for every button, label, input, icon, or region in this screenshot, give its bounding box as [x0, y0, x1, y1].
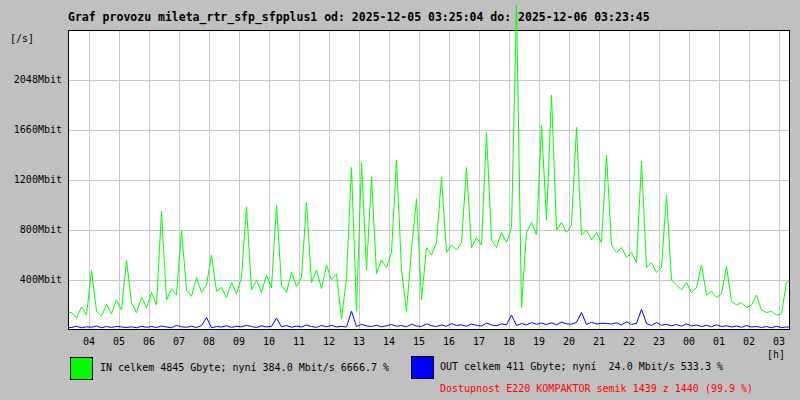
x-tick-label: 03 [767, 336, 791, 347]
x-tick-label: 10 [257, 336, 281, 347]
x-tick-label: 14 [377, 336, 401, 347]
x-tick-label: 13 [347, 336, 371, 347]
x-tick-label: 01 [707, 336, 731, 347]
x-axis-unit-label: [h] [767, 349, 785, 360]
x-tick-label: 07 [167, 336, 191, 347]
x-tick-label: 11 [287, 336, 311, 347]
x-tick-label: 05 [107, 336, 131, 347]
x-tick-label: 23 [647, 336, 671, 347]
out-series-swatch [411, 356, 434, 379]
x-tick-label: 06 [137, 336, 161, 347]
x-tick-label: 08 [197, 336, 221, 347]
x-axis-labels: 0405060708091011121314151617181920212223… [0, 0, 800, 360]
x-tick-label: 02 [737, 336, 761, 347]
x-tick-label: 21 [587, 336, 611, 347]
x-tick-label: 18 [497, 336, 521, 347]
x-tick-label: 17 [467, 336, 491, 347]
x-tick-label: 16 [437, 336, 461, 347]
x-tick-label: 22 [617, 336, 641, 347]
in-series-swatch [70, 357, 93, 380]
x-tick-label: 15 [407, 336, 431, 347]
x-tick-label: 19 [527, 336, 551, 347]
x-tick-label: 12 [317, 336, 341, 347]
x-tick-label: 09 [227, 336, 251, 347]
in-series-label: IN celkem 4845 Gbyte; nyní 384.0 Mbit/s … [100, 362, 389, 373]
availability-text: Dostupnost E220 KOMPAKTOR semik 1439 z 1… [440, 383, 753, 394]
x-tick-label: 00 [677, 336, 701, 347]
x-tick-label: 04 [77, 336, 101, 347]
out-series-label: OUT celkem 411 Gbyte; nyní 24.0 Mbit/s 5… [440, 361, 723, 372]
x-tick-label: 20 [557, 336, 581, 347]
